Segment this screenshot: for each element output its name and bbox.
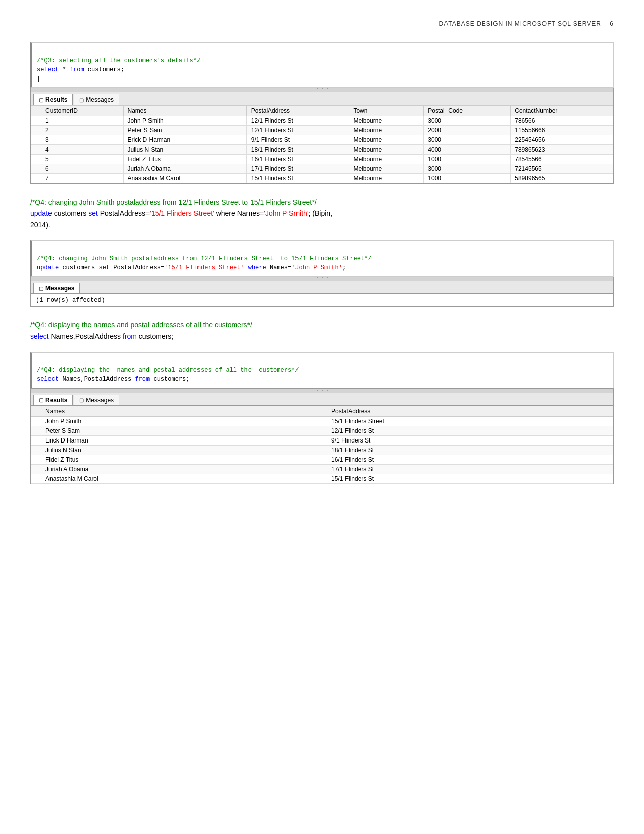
table-row: 3Erick D Harman9/1 Flinders StMelbourne3… <box>31 135 613 145</box>
table-cell: 225454656 <box>511 135 613 145</box>
table-cell: Anastashia M Carol <box>123 174 246 183</box>
table-cell: Erick D Harman <box>41 435 327 445</box>
row-selector <box>31 116 41 126</box>
table-cell: 72145565 <box>511 164 613 174</box>
prose-names-val: 'John P Smith' <box>264 209 308 217</box>
row-selector <box>31 174 41 183</box>
prose-postaladdress-eq: PostalAddress= <box>98 209 150 217</box>
table-cell: 789865623 <box>511 145 613 155</box>
tab-results-label-q4-select: Results <box>45 397 67 404</box>
section-q4-select: /*Q4: displaying the names and postal ad… <box>30 319 614 484</box>
prose-postaladdress-val: '15/1 Flinders Street' <box>150 209 214 217</box>
code-set-keyword: set <box>98 264 110 271</box>
table-cell: Melbourne <box>349 164 424 174</box>
section-q4-update: /*Q4: changing John Smith postaladdress … <box>30 197 614 307</box>
col-names-q4: Names <box>41 406 327 416</box>
tabs-q4-select: ▢ Results ▢ Messages <box>31 393 613 406</box>
table-cell: 12/1 Flinders St <box>246 116 349 126</box>
prose-q4-select: /*Q4: displaying the names and postal ad… <box>30 319 614 342</box>
table-row: Fidel Z Titus16/1 Flinders St <box>31 455 613 464</box>
table-row: 6Juriah A Obama17/1 Flinders StMelbourne… <box>31 164 613 174</box>
col-customerid: CustomerID <box>41 106 124 116</box>
prose-customers: customers <box>52 209 88 217</box>
scroll-bar-q4-select[interactable]: ⋮⋮⋮ <box>31 389 613 393</box>
table-cell: 115556666 <box>511 126 613 135</box>
row-selector <box>31 464 41 474</box>
code-block-q4-select[interactable]: /*Q4: displaying the names and postal ad… <box>30 352 614 388</box>
row-selector <box>31 126 41 135</box>
table-cell: 18/1 Flinders St <box>327 445 613 455</box>
tab-results-label-q3: Results <box>45 96 67 103</box>
results-icon-q4-select: ▢ <box>39 397 43 403</box>
table-cell: 1000 <box>424 174 511 183</box>
col-selector-q3 <box>31 106 41 116</box>
row-selector <box>31 474 41 483</box>
code-block-q3[interactable]: /*Q3: selecting all the customers's deta… <box>30 42 614 88</box>
row-selector <box>31 416 41 426</box>
messages-content-q4: (1 row(s) affected) <box>31 294 613 306</box>
table-cell: 12/1 Flinders St <box>246 126 349 135</box>
table-cell: Peter S Sam <box>123 126 246 135</box>
row-selector <box>31 155 41 164</box>
table-cell: 2 <box>41 126 124 135</box>
table-row: 2Peter S Sam12/1 Flinders StMelbourne200… <box>31 126 613 135</box>
table-cell: 16/1 Flinders St <box>327 455 613 464</box>
page-title: DATABASE DESIGN IN MICROSOFT SQL SERVER <box>439 20 601 27</box>
code-comment-q4-select: /*Q4: displaying the names and postal ad… <box>37 367 299 374</box>
table-cell: 3000 <box>424 164 511 174</box>
table-row: Peter S Sam12/1 Flinders St <box>31 426 613 435</box>
tab-messages-label-q4-update: Messages <box>45 285 74 292</box>
code-block-q4-update[interactable]: /*Q4: changing John Smith postaladdress … <box>30 240 614 277</box>
tab-results-q4-select[interactable]: ▢ Results <box>33 395 73 405</box>
table-cell: 15/1 Flinders Street <box>327 416 613 426</box>
tab-results-q3[interactable]: ▢ Results <box>33 94 73 105</box>
table-cell: 5 <box>41 155 124 164</box>
table-cell: 12/1 Flinders St <box>327 426 613 435</box>
col-postaladdress: PostalAddress <box>246 106 349 116</box>
code-update-keyword: update <box>37 264 59 271</box>
code-keyword-from: from <box>70 66 84 73</box>
prose-update-keyword: update <box>30 209 52 217</box>
col-names: Names <box>123 106 246 116</box>
row-selector <box>31 455 41 464</box>
prose-set-keyword: set <box>88 209 98 217</box>
code-comment-q3: /*Q3: selecting all the customers's deta… <box>37 57 201 64</box>
table-cell: 1 <box>41 116 124 126</box>
code-postaladdress-val: '15/1 Flinders Street' <box>164 264 244 271</box>
results-icon-q3: ▢ <box>39 97 43 103</box>
table-cell: Julius N Stan <box>123 145 246 155</box>
table-cell: Erick D Harman <box>123 135 246 145</box>
table-cell: 16/1 Flinders St <box>246 155 349 164</box>
table-cell: John P Smith <box>123 116 246 126</box>
table-row: Erick D Harman9/1 Flinders St <box>31 435 613 445</box>
tabs-q4-update: ▢ Messages <box>31 281 613 294</box>
prose-comment-q4-select: /*Q4: displaying the names and postal ad… <box>30 321 252 329</box>
table-cell: 3000 <box>424 135 511 145</box>
table-cell: 589896565 <box>511 174 613 183</box>
page-header: DATABASE DESIGN IN MICROSOFT SQL SERVER … <box>30 20 614 27</box>
table-cell: 15/1 Flinders St <box>327 474 613 483</box>
table-cell: Melbourne <box>349 135 424 145</box>
tab-messages-q3[interactable]: ▢ Messages <box>74 94 119 105</box>
tab-messages-q4-select[interactable]: ▢ Messages <box>74 395 119 405</box>
table-cell: 18/1 Flinders St <box>246 145 349 155</box>
scroll-bar-q3[interactable]: ⋮⋮⋮ <box>31 88 613 92</box>
col-selector-q4 <box>31 406 41 416</box>
table-cell: Fidel Z Titus <box>123 155 246 164</box>
table-cell: 2000 <box>424 126 511 135</box>
table-cell: 4 <box>41 145 124 155</box>
section-q3: /*Q3: selecting all the customers's deta… <box>30 42 614 184</box>
table-cell: 17/1 Flinders St <box>246 164 349 174</box>
table-cell: 6 <box>41 164 124 174</box>
table-cell: 3 <box>41 135 124 145</box>
tab-messages-q4-update[interactable]: ▢ Messages <box>33 283 80 293</box>
table-row: Juriah A Obama17/1 Flinders St <box>31 464 613 474</box>
scroll-bar-q4[interactable]: ⋮⋮⋮ <box>31 277 613 281</box>
messages-panel-q4: ⋮⋮⋮ ▢ Messages (1 row(s) affected) <box>30 277 614 307</box>
results-panel-q3: ⋮⋮⋮ ▢ Results ▢ Messages CustomerID Name… <box>30 88 614 184</box>
table-cell: 15/1 Flinders St <box>246 174 349 183</box>
table-row: Julius N Stan18/1 Flinders St <box>31 445 613 455</box>
tabs-q3: ▢ Results ▢ Messages <box>31 92 613 105</box>
table-row: 7Anastashia M Carol15/1 Flinders StMelbo… <box>31 174 613 183</box>
code-from-keyword: from <box>135 376 150 383</box>
